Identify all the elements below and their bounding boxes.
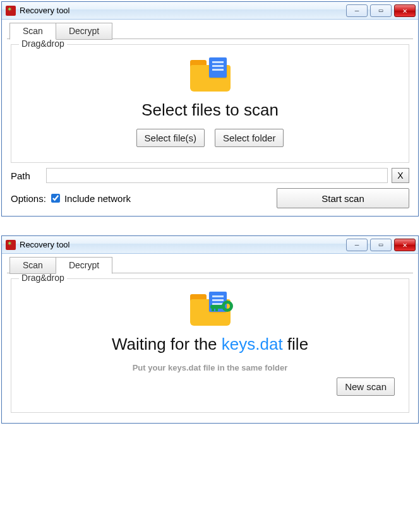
- app-icon: [6, 240, 16, 250]
- tab-scan[interactable]: Scan: [9, 257, 56, 274]
- dragdrop-legend: Drag&drop: [19, 273, 67, 283]
- maximize-button[interactable]: ▭: [370, 4, 392, 17]
- titlebar[interactable]: Recovery tool — ▭ ✕: [2, 2, 418, 20]
- maximize-button[interactable]: ▭: [370, 239, 392, 251]
- path-input[interactable]: [46, 168, 388, 183]
- heading-keyfile: keys.dat: [222, 335, 283, 354]
- new-scan-button[interactable]: New scan: [337, 377, 395, 396]
- decrypt-heading: Waiting for the keys.dat file: [24, 335, 396, 354]
- tab-decrypt[interactable]: Decrypt: [56, 23, 112, 40]
- select-folder-button[interactable]: Select folder: [215, 129, 284, 147]
- drop-zone[interactable]: Waiting for the keys.dat file Put your k…: [18, 284, 402, 403]
- scan-heading: Select files to scan: [24, 100, 396, 120]
- window-controls: — ▭ ✕: [346, 4, 416, 17]
- heading-suffix: file: [283, 335, 308, 354]
- window-scan: Recovery tool — ▭ ✕ Scan Decrypt Drag&dr…: [1, 1, 419, 217]
- include-network-label: Include network: [64, 193, 131, 204]
- drop-zone[interactable]: Select files to scan Select file(s) Sele…: [18, 50, 402, 153]
- heading-prefix: Waiting for the: [112, 335, 222, 354]
- minimize-button[interactable]: —: [346, 4, 368, 17]
- path-label: Path: [11, 170, 42, 181]
- window-controls: — ▭ ✕: [346, 239, 416, 251]
- tab-scan[interactable]: Scan: [9, 23, 56, 40]
- clear-path-button[interactable]: X: [392, 168, 409, 183]
- dragdrop-legend: Drag&drop: [19, 39, 67, 49]
- new-scan-row: New scan: [25, 377, 395, 396]
- select-files-button[interactable]: Select file(s): [136, 129, 205, 147]
- window-title: Recovery tool: [20, 6, 69, 15]
- bottom-row: Options: Include network Start scan: [11, 188, 409, 208]
- folder-key-icon: [190, 292, 231, 326]
- minimize-button[interactable]: —: [346, 239, 368, 251]
- dragdrop-group: Drag&drop Waiting for the keys.dat file …: [11, 278, 409, 413]
- client-area: Scan Decrypt Drag&drop Select files to s…: [2, 20, 418, 216]
- window-title: Recovery tool: [20, 240, 69, 249]
- dragdrop-group: Drag&drop Select files to scan Select fi…: [11, 44, 409, 163]
- tab-bar: Scan Decrypt: [7, 20, 413, 39]
- client-area: Scan Decrypt Drag&drop Waiting for the k…: [2, 254, 418, 423]
- window-decrypt: Recovery tool — ▭ ✕ Scan Decrypt Drag&dr…: [1, 235, 419, 424]
- path-row: Path X: [11, 168, 409, 183]
- app-icon: [6, 6, 16, 16]
- close-button[interactable]: ✕: [394, 4, 416, 17]
- close-button[interactable]: ✕: [394, 239, 416, 251]
- select-button-row: Select file(s) Select folder: [24, 129, 396, 147]
- folder-document-icon: [190, 57, 231, 92]
- options-group: Options: Include network: [11, 192, 131, 205]
- start-scan-button[interactable]: Start scan: [277, 188, 409, 208]
- titlebar[interactable]: Recovery tool — ▭ ✕: [2, 236, 418, 254]
- include-network-checkbox[interactable]: [51, 194, 60, 203]
- tab-decrypt[interactable]: Decrypt: [56, 257, 112, 274]
- options-label: Options:: [11, 193, 46, 204]
- decrypt-subtext: Put your keys.dat file in the same folde…: [24, 363, 396, 372]
- tab-bar: Scan Decrypt: [7, 254, 413, 273]
